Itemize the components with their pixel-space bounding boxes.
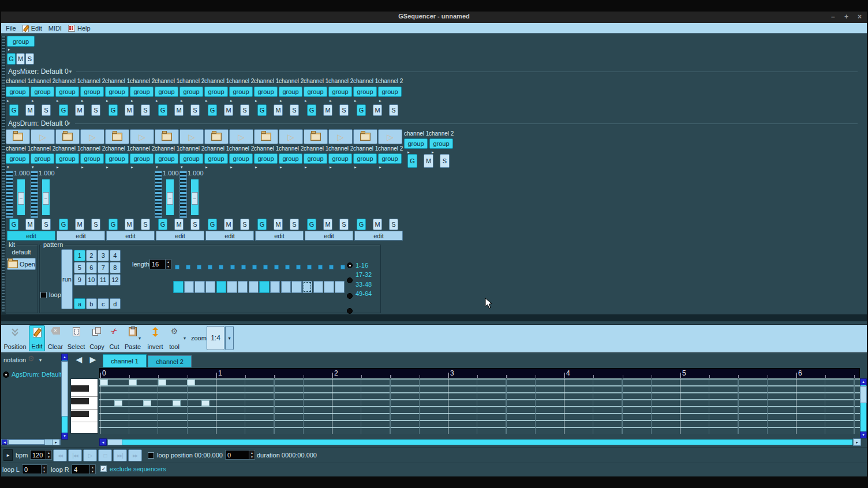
exclude-sequencers-label: exclude sequencers bbox=[110, 466, 173, 473]
bottom-black-strip bbox=[0, 476, 868, 488]
exclude-sequencers-checkbox[interactable]: ✓ bbox=[100, 466, 107, 472]
loop-right-spin-up-icon[interactable]: ▲ bbox=[91, 466, 94, 469]
loop-left-spin-buttons[interactable]: ▲▼ bbox=[42, 464, 47, 474]
loop-left-label: loop L bbox=[2, 466, 21, 474]
left-border bbox=[0, 12, 1, 476]
mouse-cursor bbox=[485, 298, 493, 309]
footer-bar: loop L0▲▼loop R4▲▼✓exclude sequencers bbox=[0, 0, 868, 488]
loop-left-spin-up-icon[interactable]: ▲ bbox=[43, 466, 46, 469]
loop-left-spin-down-icon[interactable]: ▼ bbox=[43, 470, 46, 473]
loop-right-label: loop R bbox=[51, 466, 70, 474]
loop-right-spin-buttons[interactable]: ▲▼ bbox=[90, 464, 96, 474]
loop-right-value[interactable]: 4 bbox=[72, 464, 90, 474]
loop-right-spin-down-icon[interactable]: ▼ bbox=[91, 470, 94, 473]
loop-left-value[interactable]: 0 bbox=[22, 464, 42, 474]
gsequencer-window: GSequencer - unnamed – + × FileEditMIDIH… bbox=[0, 0, 868, 488]
